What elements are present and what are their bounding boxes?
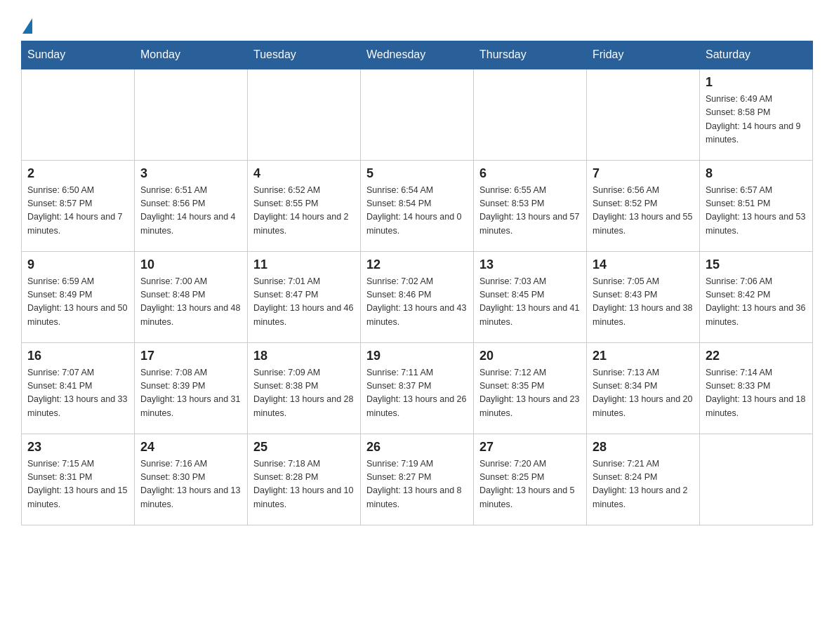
calendar-cell: 14Sunrise: 7:05 AMSunset: 8:43 PMDayligh… bbox=[587, 251, 700, 342]
calendar-cell: 4Sunrise: 6:52 AMSunset: 8:55 PMDaylight… bbox=[248, 160, 361, 251]
calendar-cell: 23Sunrise: 7:15 AMSunset: 8:31 PMDayligh… bbox=[22, 434, 135, 525]
calendar-cell: 19Sunrise: 7:11 AMSunset: 8:37 PMDayligh… bbox=[361, 342, 474, 434]
day-number: 23 bbox=[27, 440, 128, 455]
day-number: 11 bbox=[253, 257, 355, 272]
day-number: 5 bbox=[366, 166, 468, 181]
calendar-cell: 25Sunrise: 7:18 AMSunset: 8:28 PMDayligh… bbox=[248, 434, 361, 525]
calendar-cell: 18Sunrise: 7:09 AMSunset: 8:38 PMDayligh… bbox=[248, 342, 361, 434]
calendar-cell: 5Sunrise: 6:54 AMSunset: 8:54 PMDaylight… bbox=[361, 160, 474, 251]
calendar-cell: 26Sunrise: 7:19 AMSunset: 8:27 PMDayligh… bbox=[361, 434, 474, 525]
calendar-cell bbox=[361, 69, 474, 160]
day-number: 25 bbox=[253, 440, 355, 455]
day-number: 4 bbox=[253, 166, 355, 181]
calendar-week-5: 23Sunrise: 7:15 AMSunset: 8:31 PMDayligh… bbox=[22, 434, 813, 525]
weekday-header-friday: Friday bbox=[587, 41, 700, 69]
weekday-header-thursday: Thursday bbox=[474, 41, 587, 69]
calendar-header-row: SundayMondayTuesdayWednesdayThursdayFrid… bbox=[22, 41, 813, 69]
calendar-table: SundayMondayTuesdayWednesdayThursdayFrid… bbox=[21, 41, 813, 525]
calendar-week-1: 1Sunrise: 6:49 AMSunset: 8:58 PMDaylight… bbox=[22, 69, 813, 160]
calendar-cell bbox=[22, 69, 135, 160]
day-number: 28 bbox=[593, 440, 694, 455]
page-header bbox=[21, 17, 813, 34]
day-info: Sunrise: 7:02 AMSunset: 8:46 PMDaylight:… bbox=[366, 275, 468, 330]
weekday-header-tuesday: Tuesday bbox=[248, 41, 361, 69]
weekday-header-saturday: Saturday bbox=[700, 41, 813, 69]
day-info: Sunrise: 7:01 AMSunset: 8:47 PMDaylight:… bbox=[253, 275, 355, 330]
day-info: Sunrise: 7:18 AMSunset: 8:28 PMDaylight:… bbox=[253, 457, 355, 512]
day-info: Sunrise: 7:12 AMSunset: 8:35 PMDaylight:… bbox=[479, 366, 581, 421]
day-number: 13 bbox=[479, 257, 581, 272]
day-info: Sunrise: 7:20 AMSunset: 8:25 PMDaylight:… bbox=[479, 457, 581, 512]
weekday-header-monday: Monday bbox=[135, 41, 248, 69]
calendar-cell: 8Sunrise: 6:57 AMSunset: 8:51 PMDaylight… bbox=[700, 160, 813, 251]
day-info: Sunrise: 6:51 AMSunset: 8:56 PMDaylight:… bbox=[140, 184, 241, 239]
calendar-cell bbox=[248, 69, 361, 160]
day-info: Sunrise: 7:06 AMSunset: 8:42 PMDaylight:… bbox=[706, 275, 807, 330]
calendar-cell: 13Sunrise: 7:03 AMSunset: 8:45 PMDayligh… bbox=[474, 251, 587, 342]
day-info: Sunrise: 7:07 AMSunset: 8:41 PMDaylight:… bbox=[27, 366, 128, 421]
day-info: Sunrise: 6:56 AMSunset: 8:52 PMDaylight:… bbox=[593, 184, 694, 239]
calendar-cell: 27Sunrise: 7:20 AMSunset: 8:25 PMDayligh… bbox=[474, 434, 587, 525]
day-number: 19 bbox=[366, 349, 468, 363]
day-info: Sunrise: 7:08 AMSunset: 8:39 PMDaylight:… bbox=[140, 366, 241, 421]
day-info: Sunrise: 7:19 AMSunset: 8:27 PMDaylight:… bbox=[366, 457, 468, 512]
calendar-cell: 22Sunrise: 7:14 AMSunset: 8:33 PMDayligh… bbox=[700, 342, 813, 434]
day-info: Sunrise: 6:59 AMSunset: 8:49 PMDaylight:… bbox=[27, 275, 128, 330]
calendar-cell: 11Sunrise: 7:01 AMSunset: 8:47 PMDayligh… bbox=[248, 251, 361, 342]
calendar-cell: 6Sunrise: 6:55 AMSunset: 8:53 PMDaylight… bbox=[474, 160, 587, 251]
calendar-week-2: 2Sunrise: 6:50 AMSunset: 8:57 PMDaylight… bbox=[22, 160, 813, 251]
day-number: 21 bbox=[593, 349, 694, 363]
day-number: 1 bbox=[706, 75, 807, 90]
calendar-cell bbox=[700, 434, 813, 525]
day-number: 22 bbox=[706, 349, 807, 363]
calendar-cell: 3Sunrise: 6:51 AMSunset: 8:56 PMDaylight… bbox=[135, 160, 248, 251]
day-number: 27 bbox=[479, 440, 581, 455]
calendar-cell: 1Sunrise: 6:49 AMSunset: 8:58 PMDaylight… bbox=[700, 69, 813, 160]
calendar-cell bbox=[474, 69, 587, 160]
day-info: Sunrise: 7:14 AMSunset: 8:33 PMDaylight:… bbox=[706, 366, 807, 421]
calendar-cell bbox=[587, 69, 700, 160]
day-info: Sunrise: 7:11 AMSunset: 8:37 PMDaylight:… bbox=[366, 366, 468, 421]
day-info: Sunrise: 7:21 AMSunset: 8:24 PMDaylight:… bbox=[593, 457, 694, 512]
day-info: Sunrise: 6:52 AMSunset: 8:55 PMDaylight:… bbox=[253, 184, 355, 239]
day-number: 20 bbox=[479, 349, 581, 363]
calendar-cell: 15Sunrise: 7:06 AMSunset: 8:42 PMDayligh… bbox=[700, 251, 813, 342]
day-number: 17 bbox=[140, 349, 241, 363]
calendar-cell: 9Sunrise: 6:59 AMSunset: 8:49 PMDaylight… bbox=[22, 251, 135, 342]
day-number: 9 bbox=[27, 257, 128, 272]
day-info: Sunrise: 6:55 AMSunset: 8:53 PMDaylight:… bbox=[479, 184, 581, 239]
day-info: Sunrise: 7:09 AMSunset: 8:38 PMDaylight:… bbox=[253, 366, 355, 421]
day-number: 18 bbox=[253, 349, 355, 363]
day-info: Sunrise: 7:16 AMSunset: 8:30 PMDaylight:… bbox=[140, 457, 241, 512]
logo bbox=[21, 17, 32, 34]
day-number: 16 bbox=[27, 349, 128, 363]
calendar-cell: 20Sunrise: 7:12 AMSunset: 8:35 PMDayligh… bbox=[474, 342, 587, 434]
calendar-cell: 10Sunrise: 7:00 AMSunset: 8:48 PMDayligh… bbox=[135, 251, 248, 342]
day-number: 7 bbox=[593, 166, 694, 181]
logo-triangle-icon bbox=[22, 18, 32, 34]
day-info: Sunrise: 6:49 AMSunset: 8:58 PMDaylight:… bbox=[706, 93, 807, 147]
day-info: Sunrise: 7:00 AMSunset: 8:48 PMDaylight:… bbox=[140, 275, 241, 330]
calendar-cell: 7Sunrise: 6:56 AMSunset: 8:52 PMDaylight… bbox=[587, 160, 700, 251]
weekday-header-wednesday: Wednesday bbox=[361, 41, 474, 69]
calendar-cell: 12Sunrise: 7:02 AMSunset: 8:46 PMDayligh… bbox=[361, 251, 474, 342]
calendar-cell bbox=[135, 69, 248, 160]
day-info: Sunrise: 7:05 AMSunset: 8:43 PMDaylight:… bbox=[593, 275, 694, 330]
day-number: 10 bbox=[140, 257, 241, 272]
day-number: 8 bbox=[706, 166, 807, 181]
day-number: 3 bbox=[140, 166, 241, 181]
calendar-cell: 2Sunrise: 6:50 AMSunset: 8:57 PMDaylight… bbox=[22, 160, 135, 251]
day-number: 24 bbox=[140, 440, 241, 455]
weekday-header-sunday: Sunday bbox=[22, 41, 135, 69]
calendar-week-3: 9Sunrise: 6:59 AMSunset: 8:49 PMDaylight… bbox=[22, 251, 813, 342]
calendar-cell: 16Sunrise: 7:07 AMSunset: 8:41 PMDayligh… bbox=[22, 342, 135, 434]
day-number: 6 bbox=[479, 166, 581, 181]
day-info: Sunrise: 6:57 AMSunset: 8:51 PMDaylight:… bbox=[706, 184, 807, 239]
calendar-week-4: 16Sunrise: 7:07 AMSunset: 8:41 PMDayligh… bbox=[22, 342, 813, 434]
day-info: Sunrise: 7:03 AMSunset: 8:45 PMDaylight:… bbox=[479, 275, 581, 330]
calendar-cell: 24Sunrise: 7:16 AMSunset: 8:30 PMDayligh… bbox=[135, 434, 248, 525]
day-info: Sunrise: 6:50 AMSunset: 8:57 PMDaylight:… bbox=[27, 184, 128, 239]
day-number: 2 bbox=[27, 166, 128, 181]
calendar-cell: 17Sunrise: 7:08 AMSunset: 8:39 PMDayligh… bbox=[135, 342, 248, 434]
day-info: Sunrise: 6:54 AMSunset: 8:54 PMDaylight:… bbox=[366, 184, 468, 239]
